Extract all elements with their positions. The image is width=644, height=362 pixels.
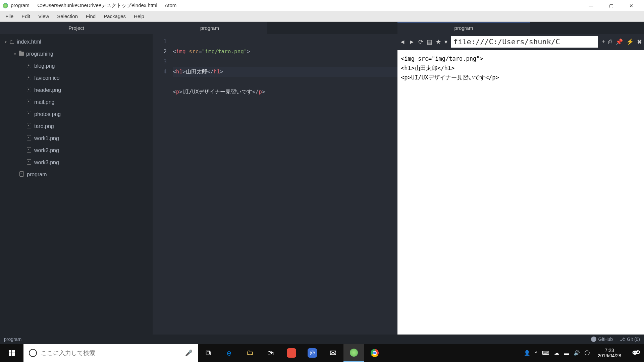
cortana-icon	[29, 349, 37, 357]
tray-volume-icon[interactable]: 🔊	[574, 350, 580, 356]
menu-bar: File Edit View Selection Find Packages H…	[0, 11, 644, 22]
tray-chevron-icon[interactable]: ^	[535, 350, 537, 356]
tab-empty	[530, 22, 644, 34]
windows-taskbar: 🎤 ⧉ e 🗂 🛍 @ ✉ 👤 ^ ⌨ ☁ ▬ 🔊 ⓘ 7:23 2019/04…	[0, 344, 644, 362]
menu-edit[interactable]: Edit	[17, 12, 34, 20]
menu-view[interactable]: View	[34, 12, 53, 20]
window-titlebar: program — C:¥Users¥shunk¥OneDrive¥デスクトップ…	[0, 0, 644, 11]
tray-ime-icon[interactable]: ⓘ	[585, 350, 590, 356]
main-area: Project ▾ 🗀 index.html ▾ programing blog…	[0, 22, 644, 335]
github-icon	[591, 337, 596, 342]
menu-selection[interactable]: Selection	[53, 12, 82, 20]
chevron-down-icon: ▾	[5, 40, 9, 44]
tray-onedrive-icon[interactable]: ☁	[554, 350, 559, 356]
project-sidebar: Project ▾ 🗀 index.html ▾ programing blog…	[0, 22, 153, 335]
tools-icon[interactable]: ✖	[637, 38, 642, 46]
sidebar-title: Project	[0, 22, 153, 34]
image-file-icon	[27, 135, 34, 142]
tree-file[interactable]: work3.png	[0, 157, 153, 169]
edge-icon[interactable]: e	[219, 344, 239, 362]
store-icon[interactable]: 🛍	[260, 344, 281, 362]
code-body: <img src="img/taro.png"> <h1>山田太郎</h1> <…	[173, 34, 397, 335]
editor-pane-left: program 1 2 3 4 <img src="img/taro.png">…	[153, 22, 397, 335]
line-gutter: 1 2 3 4	[153, 34, 173, 335]
code-line-3: <p>UI/UXデザイナー見習いです</p>	[173, 87, 397, 97]
status-git[interactable]: Git (0)	[620, 337, 640, 342]
mail-icon[interactable]: ✉	[323, 344, 343, 362]
tab-preview[interactable]: program	[397, 22, 530, 34]
notification-icon[interactable]: 💬4	[629, 350, 641, 356]
explorer-icon[interactable]: 🗂	[239, 344, 260, 362]
print-icon[interactable]: ⎙	[608, 39, 612, 46]
file-tree: ▾ 🗀 index.html ▾ programing blog.png fav…	[0, 34, 153, 183]
devtools-icon[interactable]: ⚡	[626, 38, 634, 46]
tab-program[interactable]: program	[153, 22, 267, 34]
microphone-icon[interactable]: 🎤	[185, 349, 193, 357]
file-label: program	[27, 172, 47, 178]
bookmark-icon[interactable]: ★	[436, 38, 441, 46]
file-label: taro.png	[34, 123, 54, 129]
app-icon[interactable]	[281, 344, 302, 362]
reload-icon[interactable]: ⟳	[418, 38, 423, 46]
atom-icon[interactable]	[343, 344, 364, 362]
tray-battery-icon[interactable]: ▬	[564, 350, 569, 356]
file-label: photos.png	[34, 111, 61, 117]
menu-help[interactable]: Help	[130, 12, 148, 20]
maximize-button[interactable]: ▢	[601, 3, 621, 8]
line-number: 2	[153, 47, 167, 57]
back-icon[interactable]: ◄	[399, 39, 406, 46]
tree-file[interactable]: taro.png	[0, 120, 153, 132]
tab-bar-right: program	[397, 22, 644, 34]
search-input[interactable]	[41, 350, 181, 357]
task-view-icon[interactable]: ⧉	[198, 344, 219, 362]
code-line-1: <img src="img/taro.png">	[173, 47, 397, 57]
dropdown-icon[interactable]: ▾	[444, 38, 447, 46]
minimize-button[interactable]: —	[581, 3, 601, 8]
status-file: program	[4, 337, 21, 342]
chrome-icon[interactable]	[364, 344, 385, 362]
browser-preview: ◄ ► ⟳ ▤ ★ ▾ file:///C:/Users/shunk/C + ⎙…	[397, 34, 644, 335]
line-number: 4	[153, 67, 167, 77]
app-icon[interactable]: @	[302, 344, 323, 362]
tab-bar-left: program	[153, 22, 397, 34]
folder-icon	[19, 51, 26, 57]
file-label: work1.png	[34, 135, 59, 141]
menu-find[interactable]: Find	[82, 12, 100, 20]
forward-icon[interactable]: ►	[409, 39, 415, 46]
close-button[interactable]: ✕	[621, 3, 641, 8]
url-bar[interactable]: file:///C:/Users/shunk/C	[451, 36, 598, 48]
menu-file[interactable]: File	[1, 12, 17, 20]
tree-file-program[interactable]: program	[0, 169, 153, 181]
image-file-icon	[27, 123, 34, 130]
status-bar: program GitHub Git (0)	[0, 335, 644, 344]
tree-file[interactable]: blog.png	[0, 60, 153, 72]
reader-icon[interactable]: ▤	[427, 38, 432, 46]
tree-file[interactable]: favicon.ico	[0, 72, 153, 84]
tree-file[interactable]: mail.png	[0, 96, 153, 108]
start-button[interactable]	[0, 350, 23, 356]
tray-input-icon[interactable]: ⌨	[542, 350, 549, 356]
tree-file[interactable]: work2.png	[0, 144, 153, 157]
windows-icon	[9, 350, 15, 356]
image-file-icon	[27, 147, 34, 154]
tree-root[interactable]: ▾ 🗀 index.html	[0, 36, 153, 48]
menu-packages[interactable]: Packages	[100, 12, 130, 20]
file-label: header.png	[34, 87, 61, 93]
status-github[interactable]: GitHub	[591, 337, 613, 342]
add-icon[interactable]: +	[601, 39, 605, 46]
tree-folder[interactable]: ▾ programing	[0, 48, 153, 60]
people-icon[interactable]: 👤	[524, 350, 530, 356]
tree-file[interactable]: header.png	[0, 84, 153, 96]
pin-icon[interactable]: 📌	[615, 38, 623, 46]
code-editor[interactable]: 1 2 3 4 <img src="img/taro.png"> <h1>山田太…	[153, 34, 397, 335]
tab-label: program	[200, 25, 219, 31]
file-label: blog.png	[34, 63, 55, 69]
file-label: work2.png	[34, 147, 59, 154]
taskbar-search[interactable]: 🎤	[23, 344, 198, 362]
tree-file[interactable]: photos.png	[0, 108, 153, 120]
preview-line: <h1>山田太郎</h1>	[401, 63, 641, 73]
image-file-icon	[27, 63, 34, 69]
tree-file[interactable]: work1.png	[0, 132, 153, 144]
atom-app-icon	[3, 3, 8, 8]
taskbar-clock[interactable]: 7:23 2019/04/28	[594, 348, 625, 358]
